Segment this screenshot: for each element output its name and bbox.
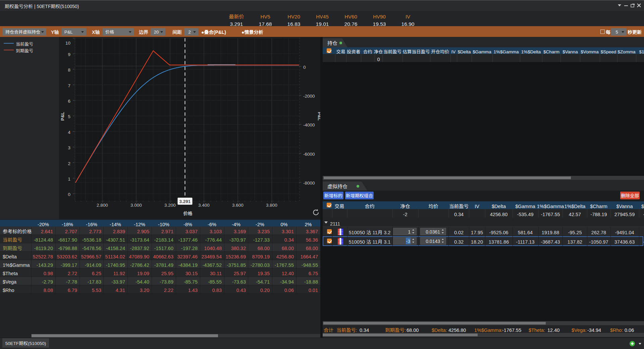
svg-text:3.291: 3.291 — [179, 198, 191, 204]
